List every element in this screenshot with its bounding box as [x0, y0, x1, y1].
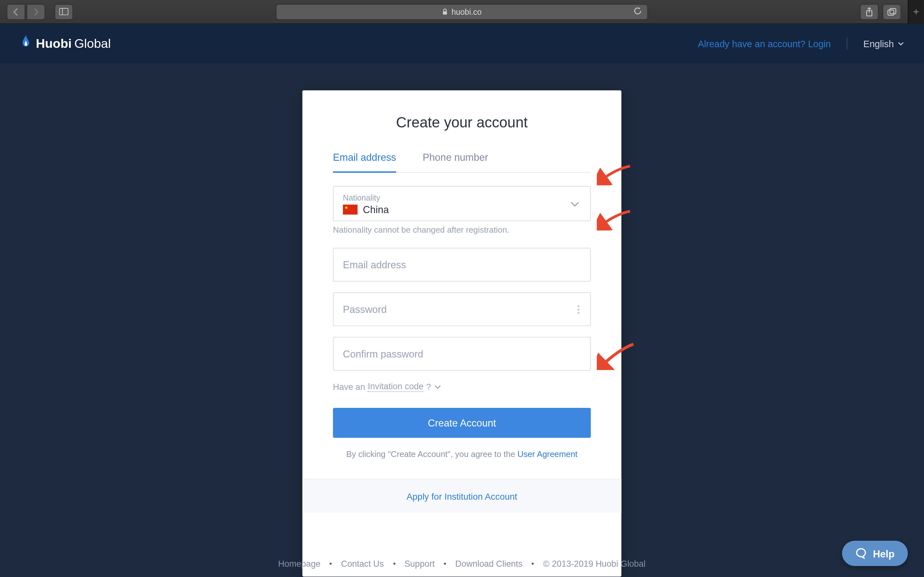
invitation-suffix: ? [426, 382, 431, 392]
tab-phone[interactable]: Phone number [423, 152, 488, 172]
create-account-button[interactable]: Create Account [333, 408, 591, 438]
chat-icon [856, 548, 868, 559]
dot-separator [532, 562, 534, 564]
footer-copyright: © 2013-2019 Huobi Global [543, 559, 646, 569]
card-title: Create your account [333, 114, 591, 132]
flag-icon-china [343, 205, 358, 215]
user-agreement-link[interactable]: User Agreement [518, 450, 577, 459]
invitation-code-text: Invitation code [368, 381, 424, 392]
password-input[interactable] [334, 293, 590, 326]
footer-contact-link[interactable]: Contact Us [341, 559, 384, 569]
kebab-icon[interactable] [577, 305, 579, 314]
logo-brand: Huobi [36, 36, 72, 51]
dot-separator [330, 562, 332, 564]
page-footer: Homepage Contact Us Support Download Cli… [0, 559, 924, 569]
address-bar[interactable]: huobi.co [276, 3, 648, 19]
logo[interactable]: Huobi Global [20, 34, 111, 53]
nationality-label: Nationality [343, 193, 581, 203]
chevron-down-icon [434, 384, 441, 388]
logo-suffix: Global [74, 36, 111, 51]
flame-icon [20, 34, 32, 53]
language-selector[interactable]: English [863, 38, 904, 49]
footer-support-link[interactable]: Support [405, 559, 435, 569]
help-widget[interactable]: Help [842, 541, 908, 566]
forward-button[interactable] [27, 3, 45, 19]
svg-rect-5 [888, 10, 894, 15]
lock-icon [442, 8, 448, 15]
confirm-password-input[interactable] [334, 338, 590, 370]
signup-tabs: Email address Phone number [333, 152, 591, 172]
browser-toolbar: huobi.co + [0, 0, 924, 24]
svg-rect-2 [443, 11, 447, 15]
svg-rect-0 [60, 8, 68, 15]
login-link[interactable]: Already have an account? Login [698, 38, 831, 49]
tabs-overview-button[interactable] [882, 3, 901, 19]
new-tab-button[interactable]: + [908, 0, 924, 23]
dot-separator [393, 562, 395, 564]
invitation-prefix: Have an [333, 382, 365, 392]
agreement-prefix: By clicking "Create Account", you agree … [347, 450, 518, 459]
language-label: English [863, 38, 894, 49]
main-content: Create your account Email address Phone … [0, 64, 924, 577]
nationality-helper: Nationality cannot be changed after regi… [333, 225, 591, 235]
invitation-toggle[interactable]: Have an Invitation code ? [333, 381, 591, 392]
share-button[interactable] [860, 3, 879, 19]
confirm-password-field-wrapper [333, 337, 591, 371]
svg-rect-6 [890, 8, 896, 13]
chevron-down-icon [898, 41, 904, 45]
dot-separator [444, 562, 446, 564]
back-button[interactable] [7, 3, 25, 19]
url-text: huobi.co [452, 7, 482, 16]
reload-button[interactable] [634, 6, 642, 17]
nationality-select[interactable]: Nationality China [333, 186, 591, 221]
password-field-wrapper [333, 292, 591, 326]
email-input[interactable] [334, 248, 590, 281]
sidebar-toggle-button[interactable] [55, 3, 73, 19]
tab-email[interactable]: Email address [333, 152, 396, 172]
chevron-down-icon [570, 198, 579, 210]
signup-card: Create your account Email address Phone … [302, 90, 622, 577]
agreement-text: By clicking "Create Account", you agree … [333, 450, 591, 459]
divider [847, 37, 847, 50]
footer-download-link[interactable]: Download Clients [455, 559, 522, 569]
site-header: Huobi Global Already have an account? Lo… [0, 24, 924, 64]
email-field-wrapper [333, 248, 591, 282]
card-footer: Apply for Institution Account [302, 479, 622, 513]
nationality-value: China [363, 204, 389, 215]
footer-homepage-link[interactable]: Homepage [278, 559, 321, 569]
help-label: Help [873, 548, 895, 559]
institution-link[interactable]: Apply for Institution Account [406, 492, 517, 501]
